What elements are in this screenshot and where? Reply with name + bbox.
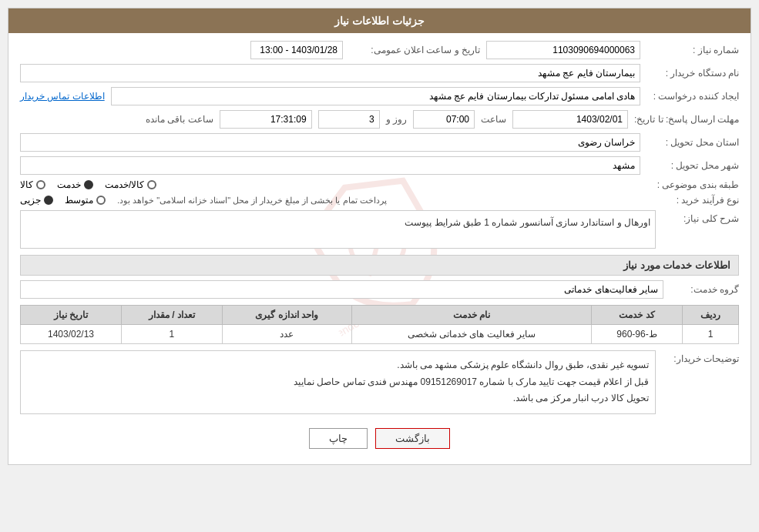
category-option-kala[interactable]: کالا <box>20 179 45 190</box>
response-days-label: روز و <box>386 114 407 125</box>
service-group-label: گروه خدمت: <box>670 284 739 295</box>
city-label: شهر محل تحویل : <box>646 160 739 171</box>
creator-row: ایجاد کننده درخواست : هادی امامی مسئول ت… <box>20 87 739 105</box>
radio-kala-khedmat <box>147 180 156 189</box>
cell-code: ط-96-960 <box>592 325 683 344</box>
buyer-org-value: بیمارستان فایم ع‍ج مشهد <box>20 64 640 82</box>
category-options: کالا/خدمت خدمت کالا <box>20 179 640 190</box>
response-date-value: 1403/02/01 <box>512 110 628 129</box>
category-option-khedmat[interactable]: خدمت <box>57 179 93 190</box>
buyer-org-row: نام دستگاه خریدار : بیمارستان فایم ع‍ج م… <box>20 64 739 82</box>
col-date: تاریخ نیاز <box>21 306 122 325</box>
deadline-row: مهلت ارسال پاسخ: تا تاریخ: 1403/02/01 سا… <box>20 110 739 129</box>
need-number-value: 1103090694000063 <box>486 41 640 59</box>
process-row: نوع فرآیند خرید : پرداخت تمام یا بخشی از… <box>20 195 739 206</box>
page-title: جزئیات اطلاعات نیاز <box>334 15 425 27</box>
buyer-notes-line-2: تحویل کالا درب انبار مرکز می باشد. <box>27 390 649 407</box>
category-row: طبقه بندی موضوعی : کالا/خدمت خدمت <box>20 179 739 190</box>
process-label: نوع فرآیند خرید : <box>646 195 739 206</box>
creator-value: هادی امامی مسئول تداركات بیمارستان فایم … <box>111 87 640 105</box>
col-row-num: ردیف <box>682 306 738 325</box>
category-label-kala: کالا <box>20 179 33 190</box>
process-label-partial: جزیی <box>20 195 41 206</box>
service-group-value: سایر فعالیت‌های خدماتی <box>20 280 663 299</box>
province-label: استان محل تحویل : <box>646 137 739 148</box>
radio-partial <box>44 196 53 205</box>
services-table: ردیف کد خدمت نام خدمت واحد اندازه گیری ت… <box>20 305 739 344</box>
radio-kala <box>36 180 45 189</box>
province-row: استان محل تحویل : خراسان رضوی <box>20 133 739 152</box>
announce-datetime-label: تاریخ و ساعت اعلان عمومی: <box>349 45 480 55</box>
page-header: جزئیات اطلاعات نیاز <box>8 8 751 33</box>
process-label-medium: متوسط <box>65 195 93 206</box>
cell-unit: عدد <box>222 325 351 344</box>
process-option-partial[interactable]: جزیی <box>20 195 53 206</box>
radio-medium <box>96 196 106 205</box>
buyer-notes-line-0: تسویه غیر نقدی، طبق روال دانشگاه علوم پز… <box>27 357 649 374</box>
buyer-notes-label: توضیحات خریدار: <box>662 350 739 364</box>
category-option-kala-khedmat[interactable]: کالا/خدمت <box>105 179 156 190</box>
buyer-org-label: نام دستگاه خریدار : <box>646 68 739 79</box>
category-label: طبقه بندی موضوعی : <box>646 179 739 190</box>
buyer-notes-content: تسویه غیر نقدی، طبق روال دانشگاه علوم پز… <box>20 350 656 414</box>
remaining-label: ساعت باقی مانده <box>146 114 213 125</box>
action-buttons: بازگشت چاپ <box>20 420 739 457</box>
response-deadline-label: مهلت ارسال پاسخ: تا تاریخ: <box>634 114 739 125</box>
col-unit: واحد اندازه گیری <box>222 306 351 325</box>
col-service-code: کد خدمت <box>592 306 683 325</box>
print-button[interactable]: چاپ <box>309 428 368 449</box>
response-days-value: 3 <box>318 110 380 129</box>
contact-link[interactable]: اطلاعات تماس خریدار <box>20 91 105 102</box>
services-section-title: اطلاعات خدمات مورد نیاز <box>20 255 739 276</box>
buyer-notes-line-1: قبل از اعلام قیمت جهت تایید مارک با شمار… <box>27 374 649 391</box>
need-desc-wrapper: شرح کلی نیاز: اورهال و استاندارد سازی آس… <box>20 210 739 249</box>
response-time-label: ساعت <box>481 114 506 125</box>
category-label-khedmat: خدمت <box>57 179 81 190</box>
cell-name: سایر فعالیت های خدماتی شخصی <box>351 325 592 344</box>
col-service-name: نام خدمت <box>351 306 592 325</box>
radio-khedmat <box>84 180 93 189</box>
cell-row-num: 1 <box>682 325 738 344</box>
table-row: 1 ط-96-960 سایر فعالیت های خدماتی شخصی ع… <box>21 325 739 344</box>
province-value: خراسان رضوی <box>20 133 640 152</box>
city-value: مشهد <box>20 156 640 175</box>
process-note: پرداخت تمام یا بخشی از مبلغ خریدار از مح… <box>117 196 640 206</box>
need-number-row: شماره نیاز : 1103090694000063 تاریخ و سا… <box>20 41 739 59</box>
creator-label: ایجاد کننده درخواست : <box>646 91 739 102</box>
cell-date: 1403/02/13 <box>21 325 122 344</box>
category-label-kala-khedmat: کالا/خدمت <box>105 179 144 190</box>
response-time-value: 07:00 <box>413 110 475 129</box>
announce-datetime-value: 1403/01/28 - 13:00 <box>250 41 343 59</box>
remaining-value: 17:31:09 <box>220 110 312 129</box>
need-number-label: شماره نیاز : <box>646 45 739 55</box>
services-table-section: ردیف کد خدمت نام خدمت واحد اندازه گیری ت… <box>20 305 739 344</box>
need-desc-label: شرح کلی نیاز: <box>662 210 739 224</box>
city-row: شهر محل تحویل : مشهد <box>20 156 739 175</box>
col-count: تعداد / مقدار <box>121 306 222 325</box>
back-button[interactable]: بازگشت <box>375 428 450 449</box>
cell-count: 1 <box>121 325 222 344</box>
need-desc-value: اورهال و استاندارد سازی آسانسور شماره 1 … <box>20 210 656 249</box>
process-option-medium[interactable]: متوسط <box>65 195 106 206</box>
service-group-row: گروه خدمت: سایر فعالیت‌های خدماتی <box>20 280 739 299</box>
buyer-notes-wrapper: توضیحات خریدار: تسویه غیر نقدی، طبق روال… <box>20 350 739 414</box>
